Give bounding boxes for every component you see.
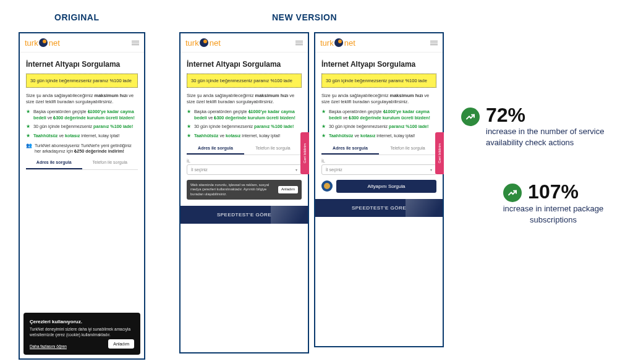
intro-text: Size şu anda sağlayabileceğimiz maksimum… bbox=[26, 93, 138, 105]
star-icon: ★ bbox=[321, 124, 326, 130]
feedback-tab[interactable]: Geri bildirim bbox=[435, 132, 444, 174]
label-original: ORIGINAL bbox=[54, 12, 99, 22]
tab-phone[interactable]: Telefon ile sorgula bbox=[379, 143, 436, 154]
page-title: İnternet Altyapı Sorgulama bbox=[187, 60, 302, 69]
star-icon: ★ bbox=[26, 109, 31, 121]
bullet-3: ★Taahhütsüz ve kotasız internet, kolay i… bbox=[26, 133, 138, 139]
bullet-2: ★30 gün içinde beğenmezseniz paranız %10… bbox=[187, 124, 302, 130]
field-label-il: İL bbox=[187, 159, 302, 163]
results-stats: 72% increase in the number of service av… bbox=[461, 105, 621, 225]
hamburger-icon[interactable] bbox=[132, 41, 139, 45]
cookie-banner-large: Çerezleri kullanıyoruz. TurkNet deneyimi… bbox=[23, 313, 140, 355]
query-infrastructure-button[interactable]: Altyapını Sorgula bbox=[336, 180, 436, 193]
logo: turknet bbox=[320, 38, 355, 48]
mock-new-b: turknet Geri bildirim İnternet Altyapı S… bbox=[314, 32, 444, 347]
logo: turknet bbox=[185, 38, 221, 48]
stat-1: 72% increase in the number of service av… bbox=[461, 105, 621, 148]
query-tabs: Adres ile sorgula Telefon ile sorgula bbox=[187, 143, 302, 155]
star-icon: ★ bbox=[187, 124, 192, 130]
tab-address[interactable]: Adres ile sorgula bbox=[321, 143, 379, 154]
trend-up-icon bbox=[503, 184, 522, 202]
star-icon: ★ bbox=[26, 133, 31, 139]
mock-new-a: turknet Geri bildirim İnternet Altyapı S… bbox=[179, 32, 309, 353]
star-icon: ★ bbox=[187, 133, 192, 139]
refund-banner: 30 gün içinde beğenmezseniz paranız %100… bbox=[321, 74, 436, 88]
cookie-chip-icon[interactable] bbox=[321, 180, 333, 192]
star-icon: ★ bbox=[321, 109, 326, 121]
star-icon: ★ bbox=[187, 109, 192, 121]
stat-2: 107% increase in internet package subscr… bbox=[461, 181, 621, 225]
chevron-down-icon: ▾ bbox=[295, 167, 297, 172]
cookie-banner-small: Web sitemizde zorunlu, işlevsel ve rekla… bbox=[187, 180, 302, 200]
tab-phone[interactable]: Telefon ile sorgula bbox=[82, 158, 138, 169]
hamburger-icon[interactable] bbox=[295, 41, 303, 45]
bullet-4: 👥TurkNet abonesiyseniz TurkNet'e yeni ge… bbox=[26, 143, 138, 154]
refund-banner: 30 gün içinde beğenmezseniz paranız %100… bbox=[187, 74, 302, 88]
refund-banner: 30 gün içinde beğenmezseniz paranız %100… bbox=[26, 74, 138, 88]
tab-phone[interactable]: Telefon ile sorgula bbox=[244, 143, 302, 154]
province-select[interactable]: İl seçiniz▾ bbox=[187, 164, 302, 175]
bullet-3: ★Taahhütsüz ve kotasız internet, kolay i… bbox=[321, 133, 436, 139]
query-tabs: Adres ile sorgula Telefon ile sorgula bbox=[26, 158, 138, 169]
intro-text: Size şu anda sağlayabileceğimiz maksimum… bbox=[321, 93, 436, 105]
speedtest-banner: SPEEDTEST'E GÖRE bbox=[315, 199, 443, 217]
feedback-tab[interactable]: Geri bildirim bbox=[300, 132, 309, 174]
stat-1-value: 72% bbox=[486, 105, 621, 125]
stat-2-text: increase in internet package subscriptio… bbox=[486, 203, 621, 225]
speedtest-banner: SPEEDTEST'E GÖRE bbox=[181, 206, 308, 224]
cookie-title: Çerezleri kullanıyoruz. bbox=[30, 319, 134, 324]
stat-1-text: increase in the number of service availa… bbox=[486, 126, 621, 148]
label-new: NEW VERSION bbox=[272, 12, 337, 22]
field-label-il: İL bbox=[321, 159, 436, 163]
bullet-1: ★Başka operatörden geçişte ₺1000'ye kada… bbox=[187, 109, 302, 121]
people-icon: 👥 bbox=[26, 143, 32, 154]
page-title: İnternet Altyapı Sorgulama bbox=[26, 60, 138, 69]
cookie-body: TurkNet deneyimini sizlere daha iyi suna… bbox=[30, 327, 134, 338]
tab-address[interactable]: Adres ile sorgula bbox=[26, 158, 82, 169]
cookie-body: Web sitemizde zorunlu, işlevsel ve rekla… bbox=[190, 183, 274, 197]
query-tabs: Adres ile sorgula Telefon ile sorgula bbox=[321, 143, 436, 155]
hamburger-icon[interactable] bbox=[430, 41, 438, 45]
page-title: İnternet Altyapı Sorgulama bbox=[321, 60, 436, 69]
intro-text: Size şu anda sağlayabileceğimiz maksimum… bbox=[187, 93, 302, 105]
bullet-2: ★30 gün içinde beğenmezseniz paranız %10… bbox=[26, 124, 138, 130]
province-select[interactable]: İl seçiniz▾ bbox=[321, 164, 436, 175]
mock-original: turknet İnternet Altyapı Sorgulama 30 gü… bbox=[19, 32, 145, 360]
bullet-2: ★30 gün içinde beğenmezseniz paranız %10… bbox=[321, 124, 436, 130]
bullet-1: ★Başka operatörden geçişte ₺1000'ye kada… bbox=[26, 109, 138, 121]
trend-up-icon bbox=[461, 108, 480, 126]
chevron-down-icon: ▾ bbox=[430, 167, 432, 172]
star-icon: ★ bbox=[321, 133, 326, 139]
cookie-accept-button[interactable]: Anladım bbox=[108, 339, 134, 349]
stat-2-value: 107% bbox=[528, 182, 579, 201]
tab-address[interactable]: Adres ile sorgula bbox=[187, 143, 244, 154]
logo: turknet bbox=[25, 38, 60, 48]
bullet-3: ★Taahhütsüz ve kotasız internet, kolay i… bbox=[187, 133, 302, 139]
bullet-1: ★Başka operatörden geçişte ₺1000'ye kada… bbox=[321, 109, 436, 121]
cookie-accept-button[interactable]: Anladım bbox=[278, 186, 298, 193]
star-icon: ★ bbox=[26, 124, 31, 130]
